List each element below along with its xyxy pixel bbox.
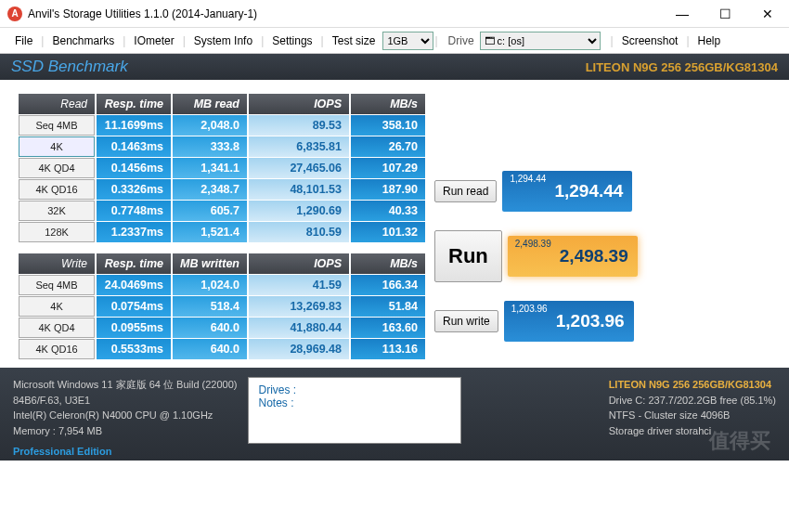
drive-select[interactable]: 🗔 c: [os] — [480, 32, 601, 50]
col-mbs: MB/s — [351, 94, 425, 114]
mbs-cell: 113.16 — [351, 339, 425, 359]
table-row: Seq 4MB11.1699ms2,048.089.53358.10 — [19, 115, 425, 136]
col-iops: IOPS — [249, 94, 349, 114]
row-label[interactable]: 4K — [19, 136, 95, 157]
resp-cell: 0.5533ms — [97, 339, 171, 359]
mbs-cell: 163.60 — [351, 318, 425, 338]
write-score-mini: 1,203.96 — [511, 304, 548, 314]
row-label[interactable]: 4K QD4 — [19, 158, 95, 178]
resp-cell: 0.0754ms — [97, 296, 171, 317]
total-score-value: 2,498.39 — [560, 246, 628, 266]
cpu-line: Intel(R) Celeron(R) N4000 CPU @ 1.10GHz — [13, 408, 237, 423]
mbs-cell: 107.29 — [351, 158, 425, 178]
mb-cell: 333.8 — [173, 136, 247, 157]
iops-cell: 89.53 — [249, 115, 349, 136]
mbs-cell: 166.34 — [351, 275, 425, 295]
row-label[interactable]: 4K QD4 — [19, 318, 95, 338]
col-iops: IOPS — [249, 253, 349, 274]
mb-cell: 640.0 — [173, 339, 247, 359]
iops-cell: 28,969.48 — [249, 339, 349, 359]
iops-cell: 6,835.81 — [249, 136, 349, 157]
menu-testsize-label: Test size — [325, 32, 383, 50]
device-name: LITEON N9G 256 256GB/KG81304 — [586, 60, 778, 74]
write-score: 1,203.96 1,203.96 — [504, 301, 634, 342]
mbs-cell: 101.32 — [351, 222, 425, 242]
run-read-button[interactable]: Run read — [434, 180, 497, 202]
benchmark-title: SSD Benchmark — [11, 58, 128, 76]
run-write-button[interactable]: Run write — [434, 310, 498, 332]
menubar: File| Benchmarks| IOmeter| System Info| … — [0, 28, 789, 54]
resp-cell: 0.7748ms — [97, 201, 171, 221]
iops-cell: 41.59 — [249, 275, 349, 295]
os-line: Microsoft Windows 11 家庭版 64 位 Build (220… — [13, 377, 237, 393]
table-row: 4K0.0754ms518.413,269.8351.84 — [19, 296, 425, 317]
mbs-cell: 187.90 — [351, 179, 425, 200]
mbs-cell: 40.33 — [351, 201, 425, 221]
menu-file[interactable]: File — [7, 32, 40, 50]
footer-drivec: Drive C: 237.7/202.2GB free (85.1%) — [609, 393, 776, 409]
col-write: Write — [19, 253, 95, 274]
minimize-button[interactable]: — — [661, 0, 704, 28]
total-score: 2,498.39 2,498.39 — [508, 236, 638, 277]
row-label[interactable]: Seq 4MB — [19, 115, 95, 136]
menu-screenshot[interactable]: Screenshot — [614, 32, 686, 50]
mb-cell: 1,341.1 — [173, 158, 247, 178]
menu-sysinfo[interactable]: System Info — [187, 32, 260, 50]
maximize-button[interactable]: ☐ — [704, 0, 746, 28]
col-mbwritten: MB written — [173, 253, 247, 274]
read-score: 1,294.44 1,294.44 — [502, 171, 632, 212]
table-row: Seq 4MB24.0469ms1,024.041.59166.34 — [19, 275, 425, 295]
write-score-value: 1,203.96 — [556, 311, 625, 331]
window-title: Anvil's Storage Utilities 1.1.0 (2014-Ja… — [28, 7, 661, 20]
main-area: Read Resp. time MB read IOPS MB/s Seq 4M… — [0, 80, 789, 368]
resp-cell: 1.2337ms — [97, 222, 171, 242]
mb-cell: 1,521.4 — [173, 222, 247, 242]
menu-settings[interactable]: Settings — [265, 32, 319, 50]
mb-cell: 1,024.0 — [173, 275, 247, 295]
menu-iometer[interactable]: IOmeter — [126, 32, 181, 50]
iops-cell: 13,269.83 — [249, 296, 349, 317]
read-score-value: 1,294.44 — [554, 181, 623, 201]
run-panel: Run read 1,294.44 1,294.44 Run 2,498.39 … — [434, 93, 638, 360]
menu-benchmarks[interactable]: Benchmarks — [45, 32, 122, 50]
test-size-select[interactable]: 1GB — [382, 32, 433, 50]
row-label[interactable]: 4K — [19, 296, 95, 317]
close-button[interactable]: ✕ — [746, 0, 789, 28]
col-resp: Resp. time — [97, 253, 171, 274]
resp-cell: 24.0469ms — [97, 275, 171, 295]
notes-box[interactable]: Drives : Notes : — [248, 377, 461, 444]
row-label[interactable]: 4K QD16 — [19, 179, 95, 200]
table-row: 4K QD40.0955ms640.041,880.44163.60 — [19, 318, 425, 338]
mbs-cell: 26.70 — [351, 136, 425, 157]
watermark: 值得买 — [709, 427, 770, 455]
table-row: 128K1.2337ms1,521.4810.59101.32 — [19, 222, 425, 242]
mbs-cell: 51.84 — [351, 296, 425, 317]
table-row: 32K0.7748ms605.71,290.6940.33 — [19, 201, 425, 221]
read-table: Read Resp. time MB read IOPS MB/s Seq 4M… — [17, 93, 427, 243]
table-row: 4K QD40.1456ms1,341.127,465.06107.29 — [19, 158, 425, 178]
resp-cell: 0.0955ms — [97, 318, 171, 338]
footer-device: LITEON N9G 256 256GB/KG81304 — [609, 377, 776, 393]
run-button[interactable]: Run — [434, 230, 502, 282]
menu-drive-label: Drive — [439, 34, 480, 47]
mb-cell: 605.7 — [173, 201, 247, 221]
system-info: Microsoft Windows 11 家庭版 64 位 Build (220… — [13, 377, 237, 451]
row-label[interactable]: 32K — [19, 201, 95, 221]
mb-cell: 2,048.0 — [173, 115, 247, 136]
row-label[interactable]: 128K — [19, 222, 95, 242]
mb-cell: 2,348.7 — [173, 179, 247, 200]
col-read: Read — [19, 94, 95, 114]
row-label[interactable]: Seq 4MB — [19, 275, 95, 295]
sys-line: 84B6/F.63, U3E1 — [13, 393, 237, 409]
write-table: Write Resp. time MB written IOPS MB/s Se… — [17, 253, 427, 360]
mbs-cell: 358.10 — [351, 115, 425, 136]
resp-cell: 0.1463ms — [97, 136, 171, 157]
menu-help[interactable]: Help — [691, 32, 729, 50]
row-label[interactable]: 4K QD16 — [19, 339, 95, 359]
resp-cell: 0.3326ms — [97, 179, 171, 200]
iops-cell: 810.59 — [249, 222, 349, 242]
total-score-mini: 2,498.39 — [515, 239, 551, 249]
iops-cell: 48,101.53 — [249, 179, 349, 200]
col-mbs: MB/s — [351, 253, 425, 274]
drives-label: Drives : — [258, 383, 451, 396]
